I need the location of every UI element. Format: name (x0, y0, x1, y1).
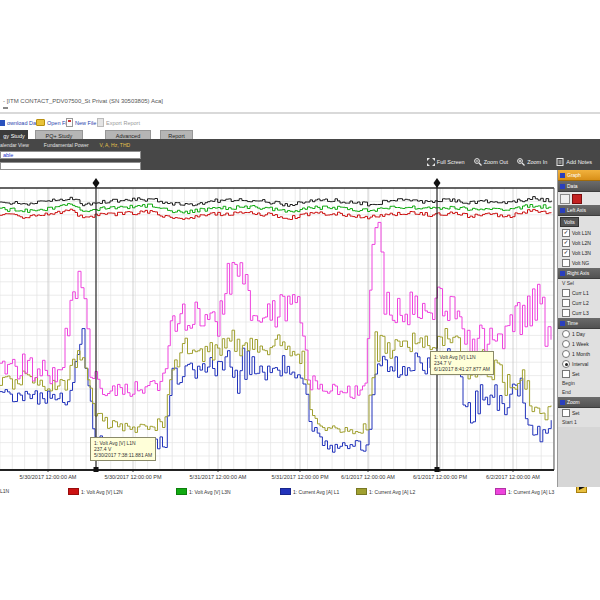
zoom-in-button[interactable]: Zoom In (517, 158, 547, 166)
main-toolbar: ownload Data Open File New File Export R… (0, 115, 600, 130)
x-tick-label: 5/30/2017 12:00:00 AM (20, 474, 77, 480)
panel-collapse-icon (560, 400, 565, 405)
panel-collapse-icon (560, 173, 565, 178)
new-file-icon (66, 118, 73, 127)
legend-label: 1: Volt Avg [V] L3N (189, 489, 231, 495)
sidebar-panel-header[interactable]: Right Axis (558, 268, 600, 279)
axis-units-button[interactable]: Volts (560, 217, 579, 227)
zoom-out-button[interactable]: Zoom Out (474, 158, 508, 166)
checkbox-label: Volt L1N (572, 230, 591, 236)
legend-swatch (68, 488, 79, 495)
panel-header-label: Right Axis (567, 270, 589, 276)
checkbox-icon (562, 370, 570, 378)
menu-calendar-view[interactable]: alendar View (0, 142, 29, 148)
radio-label: 1 Month (572, 351, 590, 357)
checkbox-label: Set (572, 371, 580, 377)
menu-fundamental-power[interactable]: Fundamental Power (44, 142, 89, 148)
sidebar-label: V Sel (558, 279, 600, 288)
sidebar-label: Start 1 (558, 418, 600, 427)
sidebar-radio[interactable]: 1 Month (558, 349, 600, 359)
x-axis: 5/30/2017 12:00:00 AM5/30/2017 12:00:00 … (0, 473, 556, 485)
sidebar-checkbox[interactable]: Curr L2 (558, 298, 600, 308)
checkbox-icon: ✓ (562, 229, 570, 237)
add-notes-button[interactable]: Add Notes (556, 158, 592, 166)
legend-swatch (495, 488, 506, 495)
checkbox-label: Set (572, 410, 580, 416)
secondary-select-input[interactable] (0, 162, 141, 170)
legend-item: 1: Current Avg [A] L2 (356, 488, 415, 495)
sidebar-checkbox[interactable]: ✓Volt L2N (558, 238, 600, 248)
x-tick-label: 6/2/2017 12:00:00 AM (486, 474, 540, 480)
checkbox-icon (562, 289, 570, 297)
sidebar-panel-header[interactable]: Left Axis (558, 205, 600, 216)
legend-swatch (356, 488, 367, 495)
new-file-button[interactable]: New File (66, 117, 96, 128)
grid-tool-button[interactable] (560, 194, 570, 204)
checkbox-label: Curr L3 (572, 310, 589, 316)
sidebar-checkbox[interactable]: ✓Volt L3N (558, 248, 600, 258)
separator (0, 112, 600, 114)
legend-label: 1: Current Avg [A] L1 (293, 489, 339, 495)
view-menubar: alendar View Fundamental Power V, A, Hz,… (0, 140, 130, 149)
panel-collapse-icon (560, 208, 565, 213)
zoom-in-label: Zoom In (527, 159, 547, 165)
new-file-label: New File (75, 120, 96, 126)
legend-label: 1: Current Avg [A] L3 (508, 489, 554, 495)
open-folder-icon (36, 119, 45, 126)
legend-item: 1: Volt Avg [V] L3N (176, 488, 231, 495)
legend-item: 1: Current Avg [A] L1 (280, 488, 339, 495)
sidebar-checkbox[interactable]: Curr L3 (558, 308, 600, 318)
x-tick-label: 5/31/2017 12:00:00 AM (190, 474, 247, 480)
zoom-out-label: Zoom Out (484, 159, 508, 165)
sidebar-radio[interactable]: 1 Day (558, 329, 600, 339)
app-window: - [ITM CONTACT_PDV07500_St Privat (SN 30… (0, 0, 600, 600)
chart-legend: L1N1: Volt Avg [V] L2N1: Volt Avg [V] L3… (0, 487, 575, 499)
panel-header-label: Zoom (567, 399, 580, 405)
checkbox-icon (562, 299, 570, 307)
channel-select-input[interactable]: able (0, 151, 141, 159)
sidebar-panel-header[interactable]: Data (558, 181, 600, 192)
download-data-button[interactable]: ownload Data (0, 117, 41, 128)
chart-view-controls: Full Screen Zoom Out Zoom In (427, 156, 592, 168)
sidebar-panel-header[interactable]: Time (558, 318, 600, 329)
checkbox-label: Volt L3N (572, 250, 591, 256)
zoom-in-icon (517, 158, 525, 166)
panel-collapse-icon (560, 321, 565, 326)
checkbox-label: Volt L2N (572, 240, 591, 246)
download-icon (0, 120, 5, 126)
window-title: - [ITM CONTACT_PDV07500_St Privat (SN 30… (3, 98, 163, 104)
record-tool-button[interactable] (572, 194, 582, 204)
sidebar-checkbox[interactable]: ✓Volt L1N (558, 228, 600, 238)
full-screen-label: Full Screen (437, 159, 465, 165)
checkbox-icon: ✓ (562, 249, 570, 257)
sidebar-panel-header[interactable]: Graph (558, 170, 600, 181)
export-report-icon (97, 118, 104, 127)
full-screen-icon (427, 158, 435, 166)
legend-item: L1N (0, 488, 9, 494)
x-tick-label: 6/1/2017 12:00:00 AM (341, 474, 395, 480)
full-screen-button[interactable]: Full Screen (427, 158, 465, 166)
x-tick-label: 5/30/2017 12:00:00 PM (104, 474, 161, 480)
sidebar-button-row: Volts (558, 216, 600, 228)
sidebar-panel-header[interactable]: Zoom (558, 397, 600, 408)
trend-chart[interactable]: 1: Volt Avg [V] L1N237.4 V5/30/2017 7:38… (0, 176, 556, 472)
menu-v-a-hz-thd[interactable]: V, A, Hz, THD (100, 142, 131, 148)
radio-label: 1 Day (572, 331, 585, 337)
checkbox-icon (562, 409, 570, 417)
panel-collapse-icon (560, 184, 565, 189)
sidebar-checkbox[interactable]: Set (558, 408, 600, 418)
checkbox-icon (562, 309, 570, 317)
legend-swatch (176, 488, 187, 495)
legend-item: 1: Volt Avg [V] L2N (68, 488, 123, 495)
sidebar-radio[interactable]: 1 Week (558, 339, 600, 349)
legend-label: 1: Current Avg [A] L2 (369, 489, 415, 495)
panel-header-label: Left Axis (567, 207, 586, 213)
export-report-button[interactable]: Export Report (97, 117, 140, 128)
sidebar-radio[interactable]: Interval (558, 359, 600, 369)
sidebar-checkbox[interactable]: Volt NG (558, 258, 600, 268)
sidebar-checkbox[interactable]: Curr L1 (558, 288, 600, 298)
x-tick-label: 5/31/2017 12:00:00 PM (271, 474, 328, 480)
sidebar-checkbox[interactable]: Set (558, 369, 600, 379)
export-report-label: Export Report (106, 120, 140, 126)
radio-icon (562, 330, 570, 338)
